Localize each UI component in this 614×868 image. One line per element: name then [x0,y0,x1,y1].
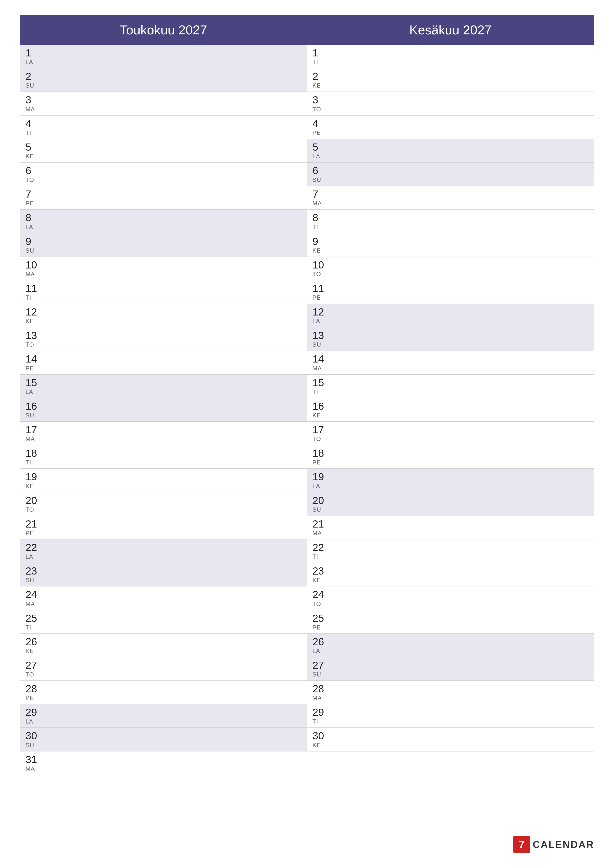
day-abbr: KE [312,82,589,89]
day-number: 13 [312,330,589,341]
day-number: 31 [25,754,301,765]
day-row: 28PE28MA [20,681,594,704]
day-row: 4TI4PE [20,116,594,139]
day-number: 9 [312,236,589,247]
day-row: 16SU16KE [20,398,594,422]
day-cell-right: 12LA [307,304,594,327]
day-abbr: KE [312,742,589,749]
day-cell-right: 30KE [307,728,594,751]
day-cell-left: 5KE [20,139,307,162]
day-number: 10 [25,259,301,271]
day-abbr: LA [312,648,589,654]
day-abbr: PE [25,694,301,702]
day-cell-right: 1TI [307,45,594,68]
day-number: 28 [25,683,301,694]
day-abbr: SU [25,82,301,89]
day-row: 19KE19LA [20,469,594,492]
day-row: 2SU2KE [20,68,594,92]
day-row: 9SU9KE [20,233,594,257]
day-number: 4 [25,118,301,129]
day-abbr: MA [312,365,589,372]
day-abbr: KE [312,412,589,419]
day-abbr: MA [25,106,301,113]
day-row: 31MA [20,752,594,775]
brand-name: CALENDAR [533,839,594,850]
day-abbr: MA [312,530,589,537]
day-number: 12 [25,306,301,318]
page: Toukokuu 2027 Kesäkuu 2027 1LA1TI2SU2KE3… [0,0,614,868]
day-number: 30 [312,730,589,742]
day-row: 10MA10TO [20,257,594,281]
day-number: 23 [25,566,301,577]
day-number: 13 [25,330,301,341]
day-cell-right: 27SU [307,657,594,680]
day-abbr: SU [312,506,589,513]
day-abbr: PE [312,459,589,466]
day-cell-right: 17TO [307,422,594,445]
day-number: 18 [312,448,589,459]
day-number: 5 [312,141,589,153]
day-row: 21PE21MA [20,516,594,539]
day-cell-right [307,752,594,775]
day-abbr: TO [25,506,301,513]
day-cell-left: 29LA [20,704,307,727]
day-row: 14PE14MA [20,351,594,374]
day-cell-left: 19KE [20,469,307,492]
day-cell-left: 12KE [20,304,307,327]
day-abbr: PE [25,200,301,207]
day-cell-right: 8TI [307,209,594,233]
day-cell-left: 6TO [20,163,307,186]
day-abbr: LA [312,318,589,325]
day-cell-left: 16SU [20,398,307,422]
day-cell-right: 19LA [307,469,594,492]
day-abbr: SU [312,341,589,348]
day-abbr: TI [312,59,589,65]
day-abbr: KE [25,483,301,490]
day-cell-left: 2SU [20,68,307,91]
day-row: 11TI11PE [20,281,594,304]
day-abbr: TO [312,271,589,277]
day-number: 19 [25,471,301,482]
day-abbr: SU [312,671,589,678]
day-abbr: TO [312,106,589,113]
day-abbr: LA [312,483,589,490]
day-abbr: KE [25,648,301,654]
day-number: 7 [312,189,589,200]
day-row: 18TI18PE [20,445,594,469]
day-row: 3MA3TO [20,92,594,115]
day-cell-right: 14MA [307,351,594,374]
day-number: 14 [312,353,589,365]
day-abbr: PE [312,624,589,631]
day-abbr: PE [312,294,589,301]
day-number: 16 [312,401,589,412]
day-number: 14 [25,353,301,365]
calendar-container: Toukokuu 2027 Kesäkuu 2027 1LA1TI2SU2KE3… [20,15,594,775]
day-number: 22 [312,542,589,553]
day-number: 15 [312,377,589,389]
day-number: 21 [25,518,301,530]
day-abbr: SU [25,577,301,584]
day-cell-left: 30SU [20,728,307,751]
day-abbr: MA [25,600,301,608]
day-cell-right: 13SU [307,327,594,350]
day-cell-right: 20SU [307,492,594,516]
day-row: 24MA24TO [20,586,594,610]
day-cell-right: 24TO [307,586,594,610]
day-cell-left: 31MA [20,752,307,775]
day-abbr: TO [312,600,589,608]
day-cell-left: 3MA [20,92,307,115]
day-cell-left: 4TI [20,116,307,139]
day-cell-right: 7MA [307,186,594,209]
day-cell-right: 10TO [307,257,594,280]
day-cell-right: 4PE [307,116,594,139]
day-number: 11 [312,283,589,294]
day-abbr: PE [25,530,301,537]
day-cell-left: 8LA [20,209,307,233]
day-number: 16 [25,401,301,412]
day-abbr: TO [312,436,589,442]
day-cell-right: 26LA [307,634,594,657]
day-number: 12 [312,306,589,318]
day-number: 20 [312,495,589,506]
day-abbr: SU [312,177,589,183]
day-abbr: TI [25,624,301,631]
